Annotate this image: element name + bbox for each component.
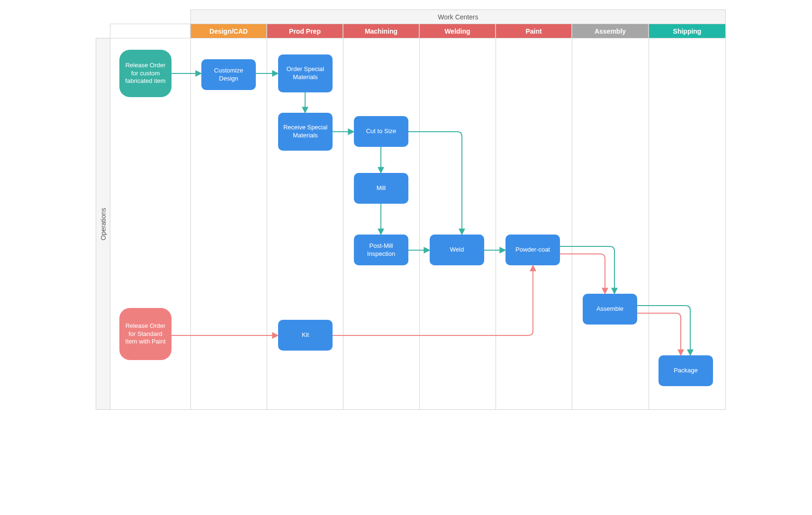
node-post-mill: Post-Mill Inspection [354, 235, 408, 265]
node-order-materials: Order Special Materials [278, 54, 333, 92]
node-receive-materials: Receive Special Materials [278, 113, 333, 151]
node-powder-coat: Powder-coat [505, 235, 560, 265]
col-head-prodprep: Prod Prep [267, 24, 343, 38]
left-header: Operations [96, 38, 110, 410]
col-head-assembly: Assembly [572, 24, 649, 38]
node-release-custom: Release Order for custom fabricated item [119, 50, 171, 97]
node-kit: Kit [278, 320, 333, 351]
node-customize-design: Customize Design [201, 59, 256, 90]
col-head-welding: Welding [419, 24, 496, 38]
col-head-paint: Paint [496, 24, 572, 38]
node-assemble: Assemble [583, 294, 637, 325]
col-head-shipping: Shipping [649, 24, 726, 38]
node-mill: Mill [354, 173, 408, 204]
node-cut-to-size: Cut to Size [354, 116, 408, 147]
main-body [110, 38, 726, 410]
swimlane-diagram: Work Centers Operations Design/CAD Prod … [86, 9, 726, 417]
node-weld: Weld [430, 235, 484, 265]
top-left-spacer [110, 24, 190, 38]
node-release-standard: Release Order for Standard Item with Pai… [119, 308, 171, 360]
node-package: Package [659, 355, 713, 386]
col-head-design: Design/CAD [190, 24, 267, 38]
top-header: Work Centers [190, 9, 726, 24]
col-head-machining: Machining [343, 24, 419, 38]
left-header-label: Operations [99, 208, 107, 240]
